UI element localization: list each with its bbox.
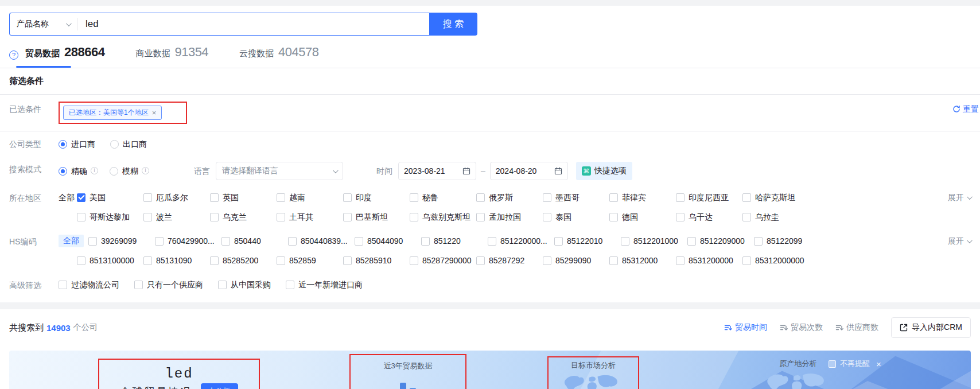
hs-code-checkbox-item[interactable]: 85299090: [543, 254, 609, 267]
radio-label: 精确: [71, 164, 87, 178]
sort-by-trade-count[interactable]: 贸易次数: [780, 322, 823, 333]
red-annotation-box-trade-chart-card[interactable]: 近3年贸易数据: [349, 354, 466, 389]
hs-code-checkbox-item[interactable]: 85122010: [554, 234, 621, 248]
hs-code-checkbox-item[interactable]: 85312000: [609, 254, 676, 267]
tab-trade-data[interactable]: ? 贸易数据 288664: [9, 45, 104, 68]
hs-code-checkbox-item[interactable]: 760429900...: [155, 234, 221, 248]
hs-code-checkbox-item[interactable]: 850440: [221, 234, 288, 248]
region-checkbox-item[interactable]: 泰国: [543, 210, 609, 224]
hs-code-checkbox-item[interactable]: 8512201000: [621, 234, 687, 248]
search-button[interactable]: 搜 索: [429, 13, 477, 36]
region-checkbox-item[interactable]: 乌拉圭: [742, 210, 809, 224]
advanced-checkbox-item[interactable]: 只有一个供应商: [134, 278, 203, 291]
tab-cloud-search-data[interactable]: 云搜数据 404578: [239, 45, 318, 68]
hs-code-checkbox-item[interactable]: 851220000...: [488, 234, 554, 248]
region-checkbox-item[interactable]: 印度尼西亚: [676, 190, 742, 204]
red-annotation-box-market-card[interactable]: 目标市场分析: [547, 356, 639, 389]
import-crm-button[interactable]: 导入内部CRM: [891, 317, 971, 338]
region-checkbox-item[interactable]: 秘鲁: [410, 190, 476, 204]
region-checkbox-item[interactable]: 乌兹别克斯坦: [410, 210, 476, 224]
region-checkbox-item[interactable]: 美国: [77, 190, 143, 204]
checkbox-icon: [355, 237, 363, 246]
calendar-icon: [554, 167, 562, 175]
reset-filters-link[interactable]: 重置: [952, 102, 979, 116]
region-checkbox-item[interactable]: 印度: [343, 190, 410, 204]
region-checkbox-item[interactable]: 俄罗斯: [476, 190, 543, 204]
radio-fuzzy-mode[interactable]: 模糊: [110, 164, 138, 178]
checkbox-label: 851220: [434, 234, 461, 248]
hs-code-checkbox-item[interactable]: 851220: [421, 234, 488, 248]
hs-code-checkbox-item[interactable]: 85044090: [355, 234, 421, 248]
advanced-checkbox-item[interactable]: 从中国采购: [218, 278, 271, 291]
search-bar: 产品名称 搜 索: [0, 6, 980, 36]
hs-code-checkbox-item[interactable]: 85285200: [210, 254, 277, 267]
checkbox-icon: [221, 237, 230, 246]
region-checkbox-item[interactable]: 哈萨克斯坦: [742, 190, 809, 204]
region-checkbox-item[interactable]: 英国: [210, 190, 277, 204]
region-checkbox-item[interactable]: 乌克兰: [210, 210, 277, 224]
radio-exporter[interactable]: 出口商: [110, 137, 147, 151]
search-input[interactable]: [77, 18, 429, 30]
tab-business-data[interactable]: 商业数据 91354: [135, 45, 208, 68]
radio-label: 进口商: [71, 137, 95, 151]
quick-options-button[interactable]: ⌘ 快捷选项: [576, 162, 632, 180]
hs-code-checkbox-item[interactable]: 8513100000: [77, 254, 143, 267]
tag-close-icon[interactable]: ×: [152, 108, 157, 117]
region-checkbox-item[interactable]: 巴基斯坦: [343, 210, 410, 224]
checkbox-label: 85287290000: [422, 254, 472, 267]
hs-code-checkbox-item[interactable]: 85131090: [143, 254, 210, 267]
checkbox-icon: [742, 256, 751, 265]
radio-exact-mode[interactable]: 精确: [59, 164, 87, 178]
region-expand-link[interactable]: 展开: [948, 190, 971, 204]
dismiss-checkbox[interactable]: [829, 360, 836, 368]
checkbox-icon: [543, 256, 551, 265]
region-checkbox-item[interactable]: 孟加拉国: [476, 210, 543, 224]
region-checkbox-item[interactable]: 哥斯达黎加: [77, 210, 143, 224]
checkbox-label: 85299090: [555, 254, 591, 267]
hs-code-checkbox-item[interactable]: 85285910: [343, 254, 410, 267]
radio-importer[interactable]: 进口商: [59, 137, 95, 151]
hs-code-checkbox-item[interactable]: 8512209000: [687, 234, 754, 248]
end-date-picker[interactable]: 2024-08-20: [490, 162, 568, 180]
hs-code-checkbox-item[interactable]: 85312000000: [742, 254, 809, 267]
hs-code-checkbox-item[interactable]: 85122099: [754, 234, 820, 248]
dismiss-label: 不再提醒: [840, 359, 870, 369]
sort-by-supplier-count[interactable]: 供应商数: [835, 322, 878, 333]
region-all-option[interactable]: 全部: [59, 190, 77, 204]
hs-code-checkbox-item[interactable]: 8531200000: [676, 254, 742, 267]
start-date-picker[interactable]: 2023-08-21: [398, 162, 476, 180]
sort-by-trade-time[interactable]: 贸易时间: [724, 322, 767, 333]
selected-region-tag[interactable]: 已选地区：美国等1个地区 ×: [63, 106, 162, 120]
hs-expand-link[interactable]: 展开: [948, 234, 971, 248]
hs-all-option[interactable]: 全部: [59, 235, 84, 247]
region-checkbox-item[interactable]: 越南: [277, 190, 343, 204]
checkbox-icon: [277, 193, 285, 202]
region-checkbox-item[interactable]: 墨西哥: [543, 190, 609, 204]
region-checkbox-item[interactable]: 土耳其: [277, 210, 343, 224]
dismiss-banner-control[interactable]: 不再提醒 ×: [829, 359, 881, 369]
region-checkbox-item[interactable]: 乌干达: [676, 210, 742, 224]
advanced-checkbox-item[interactable]: 近一年新增进口商: [286, 278, 363, 291]
region-checkbox-item[interactable]: 厄瓜多尔: [143, 190, 210, 204]
hs-code-checkbox-item[interactable]: 85287292: [476, 254, 543, 267]
info-icon[interactable]: i: [142, 167, 149, 174]
hs-code-checkbox-item[interactable]: 850440839...: [288, 234, 355, 248]
region-checkbox-item[interactable]: 菲律宾: [609, 190, 676, 204]
language-select[interactable]: 请选择翻译语言: [216, 162, 343, 180]
help-icon[interactable]: ?: [9, 50, 18, 60]
tab-count: 288664: [64, 45, 104, 60]
hs-code-checkbox-item[interactable]: 85287290000: [410, 254, 476, 267]
search-category-dropdown[interactable]: 产品名称: [10, 18, 77, 30]
checkbox-label: 850440839...: [301, 234, 348, 248]
checkbox-icon: [286, 281, 294, 289]
close-icon[interactable]: ×: [876, 359, 881, 369]
checkbox-label: 德国: [622, 210, 638, 224]
hs-code-checkbox-item[interactable]: 852859: [277, 254, 343, 267]
selected-conditions-label: 已选条件: [9, 102, 59, 116]
advanced-checkbox-item[interactable]: 过滤物流公司: [59, 278, 119, 291]
info-icon[interactable]: i: [91, 167, 98, 174]
region-checkbox-item[interactable]: 波兰: [143, 210, 210, 224]
analyze-button[interactable]: 去分析: [201, 383, 238, 389]
region-checkbox-item[interactable]: 德国: [609, 210, 676, 224]
hs-code-checkbox-item[interactable]: 39269099: [88, 234, 155, 248]
